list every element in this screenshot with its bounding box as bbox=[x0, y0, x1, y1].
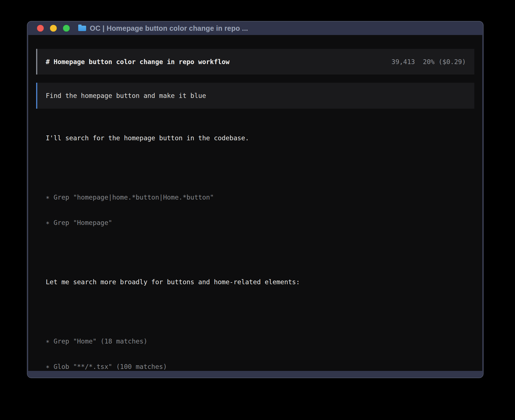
assistant-text: I'll search for the homepage button in t… bbox=[46, 134, 474, 142]
tool-call-glob: ∗ Glob "**/*.tsx" (100 matches) bbox=[46, 362, 474, 371]
tool-call-group: ∗ Grep "homepage|home.*button|Home.*butt… bbox=[46, 176, 474, 244]
transcript: I'll search for the homepage button in t… bbox=[36, 109, 474, 371]
terminal-content: # Homepage button color change in repo w… bbox=[28, 35, 482, 371]
close-button[interactable] bbox=[37, 25, 44, 32]
folder-icon bbox=[78, 26, 86, 31]
tool-call-grep: ∗ Grep "Homepage" bbox=[46, 218, 474, 227]
session-header: # Homepage button color change in repo w… bbox=[36, 49, 474, 75]
title-bar: OC | Homepage button color change in rep… bbox=[27, 21, 483, 35]
window-title: OC | Homepage button color change in rep… bbox=[90, 24, 248, 32]
assistant-text: Let me search more broadly for buttons a… bbox=[46, 278, 474, 286]
session-stats: 39,41320% ($0.29) bbox=[392, 58, 466, 66]
window-bottom-edge bbox=[27, 371, 483, 378]
context-cost: 20% ($0.29) bbox=[423, 58, 466, 66]
minimize-button[interactable] bbox=[50, 25, 57, 32]
user-message: Find the homepage button and make it blu… bbox=[36, 83, 474, 109]
session-title: # Homepage button color change in repo w… bbox=[46, 58, 230, 66]
tool-call-group: ∗ Grep "Home" (18 matches) ∗ Glob "**/*.… bbox=[46, 320, 474, 371]
zoom-button[interactable] bbox=[63, 25, 70, 32]
tool-call-grep: ∗ Grep "homepage|home.*button|Home.*butt… bbox=[46, 193, 474, 202]
user-message-text: Find the homepage button and make it blu… bbox=[46, 91, 206, 100]
terminal-window: OC | Homepage button color change in rep… bbox=[27, 21, 483, 378]
tool-call-grep: ∗ Grep "Home" (18 matches) bbox=[46, 337, 474, 345]
window-controls bbox=[37, 25, 70, 32]
token-count: 39,413 bbox=[392, 58, 415, 66]
